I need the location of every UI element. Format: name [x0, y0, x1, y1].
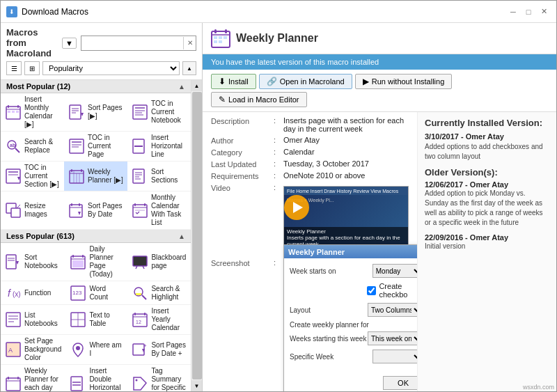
macro-daily-planner[interactable]: Daily Planner Page (Today)	[65, 243, 127, 281]
version-date-2: 22/09/2016 - Omer Atay	[425, 233, 549, 242]
macro-label: Function	[24, 289, 51, 297]
macro-toc-page[interactable]: TOC in Current Page	[64, 132, 127, 162]
maximize-button[interactable]: □	[521, 6, 535, 18]
dialog-footer: OK	[284, 373, 417, 391]
macro-sort-pages-by-date-plus[interactable]: + Sort Pages By Date +	[127, 335, 191, 365]
macro-where-am-i[interactable]: Where am I	[65, 335, 127, 365]
macro-toc-section[interactable]: TOC in Current Section [▶]	[1, 162, 64, 191]
svg-rect-48	[79, 203, 80, 206]
macro-monthly-calendar-task[interactable]: Monthly Calendar With Task List	[127, 191, 191, 230]
macro-weekly-planner[interactable]: Weekly Planner [▶]	[64, 162, 127, 191]
macro-icon-search-highlight	[132, 285, 148, 301]
svg-rect-73	[136, 293, 141, 295]
macro-label: TOC in Current Section [▶]	[24, 164, 60, 189]
close-button[interactable]: ✕	[537, 6, 551, 18]
macro-label: Blackboard page	[151, 253, 187, 270]
svg-rect-128	[214, 29, 217, 33]
video-colon: :	[274, 183, 283, 191]
requirements-value: OneNote 2010 or above	[283, 171, 409, 180]
svg-text:A: A	[8, 347, 13, 354]
week-starts-select[interactable]: Monday Sunday	[372, 264, 417, 278]
svg-rect-50	[133, 205, 147, 217]
list-view-button[interactable]: ☰	[6, 61, 22, 75]
macro-word-count[interactable]: 123 Word Count	[65, 281, 127, 305]
macro-label: List Notebooks	[24, 311, 61, 328]
requirements-label: Requirements	[211, 171, 274, 180]
scroll-up-button[interactable]: ▲	[182, 61, 196, 75]
open-macroland-button[interactable]: 🔗 Open in Macroland	[259, 74, 352, 89]
load-in-editor-button[interactable]: ✎ Load in Macro Editor	[211, 92, 307, 107]
macro-search-replace[interactable]: ab Search & Replace	[1, 132, 64, 162]
macro-weekly-planner-day[interactable]: Weekly Planner for each day with Don...	[1, 365, 65, 391]
layout-row: Layout Two Columns One Column	[290, 303, 417, 317]
left-panel: Macros from Macroland ▼ ✕ ☰ ⊞ Popularity…	[1, 23, 203, 391]
macro-tag-summary[interactable]: Tag Summary for Specific Tag	[127, 365, 191, 391]
category-label: Category	[211, 148, 274, 157]
requirements-colon: :	[274, 171, 283, 180]
macro-label: Sort Notebooks	[24, 253, 61, 270]
svg-text:12: 12	[136, 320, 141, 324]
macro-sort-notebooks[interactable]: Sort Notebooks	[1, 243, 65, 281]
macro-resize-images[interactable]: Resize Images	[1, 191, 64, 230]
grid-view-button[interactable]: ⊞	[24, 61, 40, 75]
macro-list-notebooks[interactable]: List Notebooks	[1, 305, 65, 335]
search-input[interactable]	[81, 39, 183, 47]
svg-rect-20	[70, 139, 84, 153]
macro-blackboard[interactable]: Blackboard page	[127, 243, 191, 281]
sort-dropdown[interactable]: Popularity	[42, 61, 180, 75]
macro-icon-sort-notebooks	[5, 253, 22, 270]
minimize-button[interactable]: ─	[506, 6, 520, 18]
macro-icon-sort-sections	[132, 168, 148, 185]
svg-rect-52	[134, 203, 136, 206]
macro-insert-monthly-calendar[interactable]: Insert Monthly Calendar [▶]	[1, 93, 64, 132]
macro-icon-weekly-planner	[68, 168, 85, 185]
details-left: Description : Inserts page with a sectio…	[203, 112, 417, 391]
macro-search-highlight[interactable]: Search & Highlight	[127, 281, 191, 305]
svg-rect-96	[71, 377, 82, 391]
macro-set-bg-color[interactable]: A Set Page Background Color	[1, 335, 65, 365]
macro-label: Insert Yearly Calendar	[151, 307, 187, 332]
macro-icon-blackboard	[132, 253, 148, 270]
source-dropdown[interactable]: ▼	[62, 38, 77, 49]
svg-rect-4	[8, 111, 10, 113]
svg-rect-12	[133, 105, 147, 119]
install-button[interactable]: ⬇ Install	[211, 74, 256, 89]
macro-sort-pages-by-date[interactable]: Sort Pages By Date	[64, 191, 127, 230]
edit-icon: ✎	[219, 95, 226, 104]
layout-select[interactable]: Two Columns One Column	[368, 303, 417, 317]
create-checkbox[interactable]	[367, 286, 376, 295]
svg-rect-64	[133, 256, 147, 266]
left-panel-title: Macros from Macroland	[6, 27, 58, 58]
macro-label: Sort Pages [▶]	[88, 104, 123, 120]
search-clear-button[interactable]: ✕	[183, 37, 196, 49]
macro-insert-double-line[interactable]: Insert Double Horizontal Line	[65, 365, 127, 391]
macro-insert-horizontal-line[interactable]: Insert Horizontal Line	[127, 132, 191, 162]
svg-line-18	[15, 148, 19, 152]
category-less-popular[interactable]: Less Popular (613) ▲	[1, 230, 191, 243]
specific-week-select[interactable]	[372, 350, 417, 363]
macro-list: Most Popular (12) ▲ Insert Monthly Calen…	[1, 80, 191, 391]
macro-toc-notebook[interactable]: TOC in Current Notebook	[127, 93, 191, 132]
run-without-installing-button[interactable]: ▶ Run without Installing	[355, 74, 453, 89]
macro-function[interactable]: f(x) Function	[1, 281, 65, 305]
scroll-thumb[interactable]	[192, 92, 202, 379]
macro-text-to-table[interactable]: Text to Table	[65, 305, 127, 335]
status-message: You have the latest version of this macr…	[211, 58, 379, 66]
wp-title: Weekly Planner	[236, 32, 318, 45]
macro-insert-yearly-calendar[interactable]: 12 Insert Yearly Calendar	[127, 305, 191, 335]
watermark: wsxdn.com	[523, 384, 554, 391]
macro-icon-tag-summary	[132, 375, 148, 391]
svg-rect-2	[8, 105, 9, 108]
macro-sort-sections[interactable]: Sort Sections	[127, 162, 191, 191]
create-checkbox-container: Create checkbo	[367, 282, 417, 299]
macro-sort-pages[interactable]: Sort Pages [▶]	[64, 93, 127, 132]
category-most-popular[interactable]: Most Popular (12) ▲	[1, 80, 191, 93]
scroll-up-arrow[interactable]: ▲	[191, 80, 203, 91]
create-weekly-label: Create weekly planner for	[290, 321, 417, 329]
weekly-planner-dialog: Weekly Planner ✕ Week starts on Monday S…	[283, 244, 417, 391]
macro-icon-daily-planner	[70, 253, 86, 270]
scroll-down-arrow[interactable]: ▼	[191, 380, 203, 391]
left-header-row1: Macros from Macroland ▼ ✕	[6, 27, 196, 58]
ok-button[interactable]: OK	[383, 376, 417, 390]
weeks-starting-select[interactable]: This week only	[368, 331, 417, 345]
